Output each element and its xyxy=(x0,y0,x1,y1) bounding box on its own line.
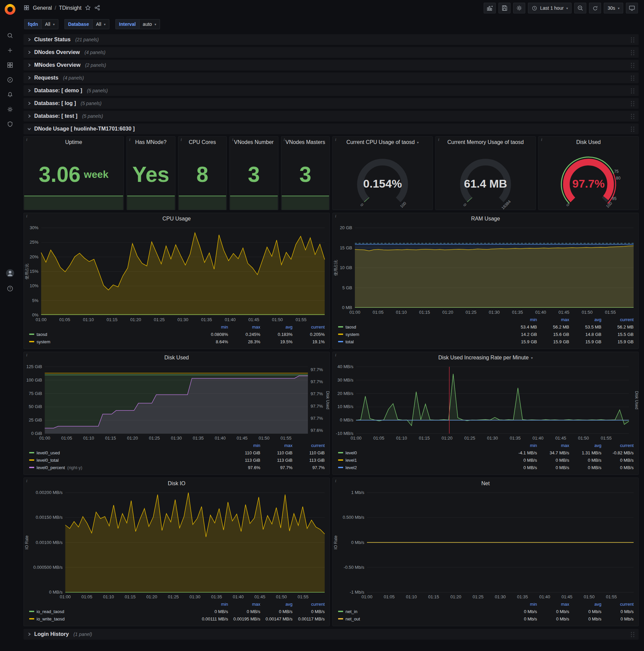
panel-title[interactable]: Uptime xyxy=(24,136,123,148)
panel-title[interactable]: CPU Cores xyxy=(179,136,227,148)
legend-col-header[interactable]: min xyxy=(505,602,537,607)
time-range-picker[interactable]: Last 1 hour▾ xyxy=(528,3,572,13)
legend-series-toggle[interactable]: taosd xyxy=(338,324,505,330)
drag-handle-icon[interactable] xyxy=(630,37,635,42)
user-avatar[interactable] xyxy=(0,266,20,281)
configuration-gear-icon[interactable] xyxy=(0,102,20,117)
breadcrumb-folder[interactable]: General xyxy=(33,5,52,11)
add-panel-button[interactable] xyxy=(484,3,496,13)
variable-value-dropdown[interactable]: auto▾ xyxy=(139,19,160,29)
dashboard-row-mnodes-overview[interactable]: MNodes Overview(2 panels) xyxy=(24,60,639,70)
row-login-history[interactable]: Login History (1 panel) xyxy=(24,629,639,640)
drag-handle-icon[interactable] xyxy=(630,114,635,119)
legend-col-header[interactable]: current xyxy=(292,443,325,448)
help-icon[interactable]: ? xyxy=(0,281,20,296)
star-icon[interactable] xyxy=(85,5,91,12)
chart-canvas[interactable]: -1 Mb/s-0.50 Mb/s0 Mb/s0.500 Mb/s1 Mb/s0… xyxy=(333,489,638,600)
drag-handle-icon[interactable] xyxy=(630,50,635,55)
panel-info-icon[interactable]: i xyxy=(26,352,28,358)
panel-title[interactable]: RAM Usage xyxy=(333,213,638,224)
panel-info-icon[interactable]: i xyxy=(26,137,28,142)
legend-col-header[interactable]: min xyxy=(228,443,260,448)
panel-info-icon[interactable]: i xyxy=(541,137,542,142)
zoom-out-button[interactable] xyxy=(574,3,586,13)
chart-canvas[interactable]: 0 GiB25 GiB50 GiB75 GiB100 GiB125 GiB97.… xyxy=(24,364,329,442)
legend-series-toggle[interactable]: level0_percent(right-y) xyxy=(29,465,228,470)
legend-col-header[interactable]: min xyxy=(196,324,228,330)
panel-title[interactable]: Disk Used xyxy=(539,136,638,148)
legend-col-header[interactable]: max xyxy=(537,317,569,322)
legend-col-header[interactable]: current xyxy=(292,602,325,607)
panel-info-icon[interactable]: i xyxy=(438,137,440,142)
refresh-button[interactable] xyxy=(589,3,601,13)
legend-series-toggle[interactable]: level1 xyxy=(338,458,505,463)
legend-col-header[interactable]: avg xyxy=(569,602,602,607)
panel-title[interactable]: VNodes Masters xyxy=(282,136,330,148)
panel-title[interactable]: CPU Usage xyxy=(24,213,329,224)
legend-series-toggle[interactable]: net_out xyxy=(338,616,505,621)
breadcrumb-dashboard[interactable]: TDinsight xyxy=(59,5,82,11)
drag-handle-icon[interactable] xyxy=(630,88,635,94)
share-icon[interactable] xyxy=(94,5,100,12)
drag-handle-icon[interactable] xyxy=(630,101,635,106)
legend-series-toggle[interactable]: system xyxy=(29,339,196,344)
save-dashboard-button[interactable] xyxy=(498,3,511,13)
legend-col-header[interactable]: current xyxy=(602,317,634,322)
panel-info-icon[interactable]: i xyxy=(284,137,285,142)
cycle-view-monitor-button[interactable] xyxy=(626,3,638,13)
dashboard-row-database-log[interactable]: Database: [ log ](5 panels) xyxy=(24,98,639,109)
panel-info-icon[interactable]: i xyxy=(26,478,28,484)
legend-series-toggle[interactable]: level2 xyxy=(338,465,505,470)
panel-title[interactable]: Disk Used xyxy=(24,352,329,364)
dashboard-settings-button[interactable] xyxy=(513,3,525,13)
dashboard-row-database-test[interactable]: Database: [ test ](5 panels) xyxy=(24,111,639,122)
chart-canvas[interactable]: -10 MB/s0 MB/s10 MB/s20 MB/s30 MB/s40 MB… xyxy=(333,364,638,442)
dashboards-icon[interactable] xyxy=(0,58,20,72)
legend-col-header[interactable]: current xyxy=(292,324,325,330)
dashboard-row-database-demo[interactable]: Database: [ demo ](5 panels) xyxy=(24,85,639,96)
refresh-interval-picker[interactable]: 30s▾ xyxy=(604,3,623,13)
legend-col-header[interactable]: avg xyxy=(569,443,602,448)
dashboard-row-requests[interactable]: Requests(4 panels) xyxy=(24,72,639,83)
dashboard-row-cluster-status[interactable]: Cluster Status(21 panels) xyxy=(24,34,639,45)
legend-series-toggle[interactable]: level0_total xyxy=(29,458,228,463)
legend-col-header[interactable]: min xyxy=(505,443,537,448)
panel-info-icon[interactable]: i xyxy=(335,213,336,219)
legend-col-header[interactable]: avg xyxy=(260,602,292,607)
panel-info-icon[interactable]: i xyxy=(129,137,130,142)
legend-col-header[interactable]: current xyxy=(602,443,634,448)
legend-col-header[interactable]: min xyxy=(505,317,537,322)
legend-col-header[interactable]: current xyxy=(602,602,634,607)
panel-title[interactable]: Disk IO xyxy=(24,478,329,489)
panel-info-icon[interactable]: i xyxy=(335,137,336,142)
panel-info-icon[interactable]: i xyxy=(181,137,182,142)
chart-canvas[interactable]: 0%5%10%15%20%25%30%01:0001:0501:1001:150… xyxy=(24,224,329,323)
drag-handle-icon[interactable] xyxy=(630,62,635,68)
panel-title[interactable]: Current Memory Usage of taosd xyxy=(436,136,535,148)
panel-title[interactable]: Net xyxy=(333,478,638,489)
chart-canvas[interactable]: 0 MB/s0.000500 MB/s0.00100 MB/s0.00150 M… xyxy=(24,489,329,600)
panel-title[interactable]: Current CPU Usage of taosd▾ xyxy=(333,136,432,148)
legend-series-toggle[interactable]: net_in xyxy=(338,609,505,614)
grafana-logo-icon[interactable] xyxy=(5,4,15,15)
legend-col-header[interactable]: max xyxy=(228,324,260,330)
create-plus-icon[interactable] xyxy=(0,43,20,58)
legend-col-header[interactable]: max xyxy=(260,443,292,448)
panel-title[interactable]: VNodes Number xyxy=(230,136,278,148)
search-icon[interactable] xyxy=(0,28,20,43)
variable-value-dropdown[interactable]: All▾ xyxy=(92,19,109,29)
legend-col-header[interactable]: avg xyxy=(260,324,292,330)
legend-series-toggle[interactable]: system xyxy=(338,332,505,337)
panel-info-icon[interactable]: i xyxy=(26,213,28,219)
legend-series-toggle[interactable]: taosd xyxy=(29,332,196,337)
legend-col-header[interactable]: max xyxy=(537,443,569,448)
panel-title[interactable]: Disk Used Increasing Rate per Minute▾ xyxy=(333,352,638,364)
variable-value-dropdown[interactable]: All▾ xyxy=(41,19,58,29)
legend-col-header[interactable]: max xyxy=(537,602,569,607)
drag-handle-icon[interactable] xyxy=(630,631,635,637)
panel-title[interactable]: Has MNode? xyxy=(127,136,175,148)
legend-series-toggle[interactable]: level0 xyxy=(338,450,505,455)
legend-col-header[interactable]: avg xyxy=(569,317,602,322)
panel-info-icon[interactable]: i xyxy=(335,352,336,358)
legend-col-header[interactable]: max xyxy=(228,602,260,607)
